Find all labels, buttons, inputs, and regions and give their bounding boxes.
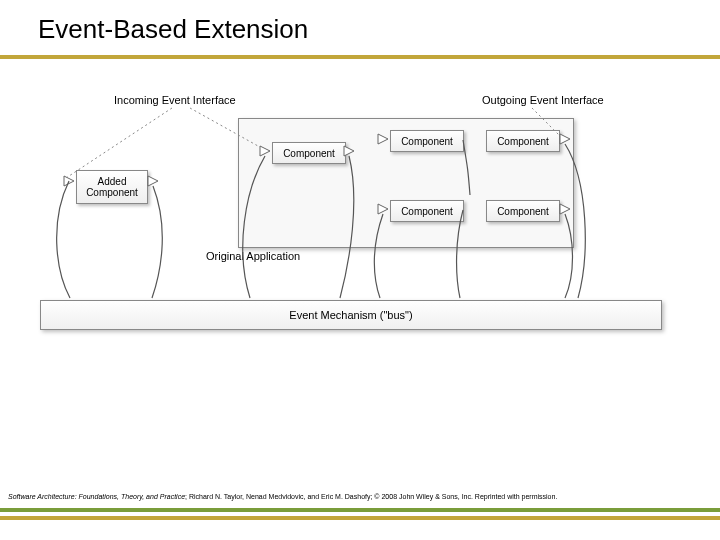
- svg-line-0: [66, 108, 172, 178]
- architecture-diagram: Incoming Event Interface Outgoing Event …: [60, 80, 660, 360]
- slide-title: Event-Based Extension: [38, 14, 308, 45]
- footer-rest: ; Richard N. Taylor, Nenad Medvidovic, a…: [185, 493, 557, 500]
- svg-line-1: [190, 108, 258, 146]
- decor-rule-bottom-green: [0, 508, 720, 512]
- footer-book-title: Software Architecture: Foundations, Theo…: [8, 493, 185, 500]
- decor-rule-top: [0, 55, 720, 59]
- decor-rule-bottom-gold: [0, 516, 720, 520]
- svg-line-2: [532, 108, 562, 138]
- footer-citation: Software Architecture: Foundations, Theo…: [8, 493, 712, 500]
- diagram-wires: [60, 80, 660, 360]
